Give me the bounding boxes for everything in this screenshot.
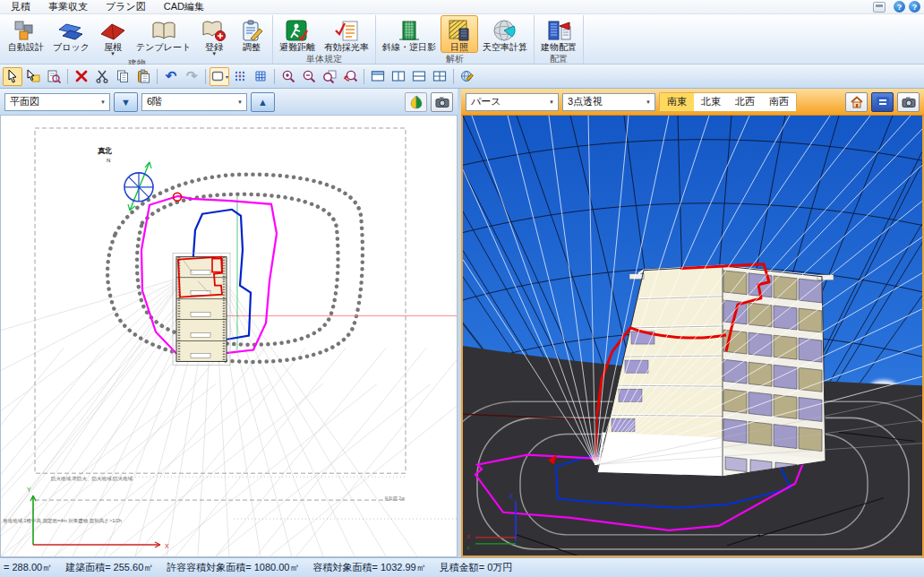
floor-down-button[interactable]: ▼: [114, 92, 138, 112]
block-button[interactable]: ブロック: [48, 15, 94, 57]
north-label: 真北: [98, 147, 112, 155]
zoning-annotation-1: 防火地域:準防火、防火地域:防火地域: [51, 476, 133, 482]
zoom-out-button[interactable]: [299, 67, 319, 86]
status-site-area: = 288.00㎡: [4, 561, 52, 574]
status-bar: = 288.00㎡ 建築面積= 255.60㎡ 許容容積対象面積= 1080.0…: [0, 557, 924, 577]
edit-toolbar: ↶ ↷ ▾: [0, 65, 924, 89]
toolbar-separator: [67, 69, 68, 84]
register-dropdown-icon[interactable]: ▼: [211, 52, 217, 56]
building-placement-button[interactable]: 建物配置: [536, 15, 581, 53]
roof-dropdown-icon[interactable]: ▼: [110, 52, 116, 56]
direction-southwest-button[interactable]: 南西: [762, 93, 796, 111]
shadow-isochrone-loops: [107, 175, 363, 362]
sky-factor-icon: [492, 18, 518, 42]
ribbon-group-analysis: 斜線・逆日影 日照 天空率計算 解析: [376, 15, 535, 64]
region-select-button[interactable]: ▾: [210, 67, 229, 86]
x-axis-label: X: [165, 543, 169, 549]
direction-northwest-button[interactable]: 北西: [728, 93, 762, 111]
sky-factor-button[interactable]: 天空率計算: [478, 15, 532, 53]
chevron-down-icon: ▼: [234, 99, 246, 105]
status-building-area: 建築面積= 255.60㎡: [65, 561, 153, 574]
status-allowed-floor-area: 許容容積対象面積= 1080.00㎡: [167, 561, 299, 574]
snapshot-camera-button[interactable]: [897, 92, 920, 112]
menu-planzu[interactable]: プラン図: [97, 0, 155, 13]
register-button[interactable]: 登録 ▼: [195, 15, 233, 57]
auto-design-icon: [13, 18, 39, 42]
status-floor-area: 容積対象面積= 1032.99㎡: [313, 561, 426, 574]
template-button[interactable]: テンプレート: [132, 15, 195, 57]
x-axis-label: X: [466, 534, 470, 539]
direction-toggle-group: 南東 北東 北西 南西: [659, 92, 797, 112]
perspective-view-select[interactable]: パース ▼: [466, 93, 559, 111]
adjust-button[interactable]: 調整: [233, 15, 270, 57]
sunlight-button[interactable]: 日照: [441, 15, 478, 53]
toolbar-separator: [364, 69, 364, 84]
beginner-mode-button[interactable]: [405, 92, 427, 112]
register-icon: [201, 18, 227, 42]
chevron-down-icon: ▼: [642, 99, 654, 105]
zoning-annotation-2: 用途地域:1種中高 測定面=4m 対象建物 規制高さ>1/2h: [3, 518, 122, 524]
pane-two-horizontal-button[interactable]: [409, 67, 429, 86]
select-object-button[interactable]: [23, 67, 43, 86]
zoom-previous-button[interactable]: [340, 67, 360, 86]
ribbon-group-tantai: 避難距離 有効採光率 単体規定: [273, 15, 376, 64]
building-plan: [173, 254, 230, 366]
paste-button[interactable]: [133, 67, 153, 86]
print-setting-button[interactable]: [458, 67, 477, 86]
setback-shadow-button[interactable]: 斜線・逆日影: [378, 15, 441, 53]
workspace: 平面図 ▼ ▼ 6階 ▼ ▲: [0, 89, 924, 557]
snapshot-camera-button[interactable]: [431, 92, 453, 112]
redo-button[interactable]: ↷: [182, 67, 201, 86]
help2-icon[interactable]: ?: [909, 1, 920, 13]
zoom-window-button[interactable]: [320, 67, 339, 86]
ribbon: 自動設計 ブロック 屋根 ▼ テンプレート 登録: [0, 14, 924, 65]
y-axis-label: Y: [466, 546, 470, 551]
floor-up-button[interactable]: ▲: [251, 92, 275, 112]
delete-button[interactable]: [72, 67, 91, 86]
copy-button[interactable]: [113, 67, 133, 86]
application-window: 見積 事業収支 プラン図 CAD編集 ? ? 自動設計 ブロック 屋根: [0, 0, 924, 577]
projection-select[interactable]: 3点透視 ▼: [562, 93, 655, 111]
y-axis-label: Y: [27, 487, 31, 493]
perspective-view-canvas[interactable]: Z X Y: [461, 116, 924, 557]
region-dropdown-icon[interactable]: ▾: [226, 73, 228, 80]
plan-pane-header: 平面図 ▼ ▼ 6階 ▼ ▲: [0, 89, 458, 116]
shadow-hatch-lines: [1, 266, 457, 556]
select-tool-button[interactable]: [3, 67, 22, 86]
cut-button[interactable]: [92, 67, 112, 86]
auto-design-button[interactable]: 自動設計: [4, 15, 48, 57]
zoom-in-button[interactable]: [278, 67, 298, 86]
roof-button[interactable]: 屋根 ▼: [94, 15, 132, 57]
direction-northeast-button[interactable]: 北東: [694, 93, 728, 111]
ribbon-group-placement: 建物配置 配置: [535, 15, 584, 64]
view-type-select[interactable]: 平面図 ▼: [4, 93, 110, 111]
menu-bar: 見積 事業収支 プラン図 CAD編集 ? ?: [0, 0, 924, 14]
direction-southeast-button[interactable]: 南東: [660, 93, 694, 111]
floor-select[interactable]: 6階 ▼: [141, 93, 247, 111]
home-view-button[interactable]: [845, 92, 868, 112]
daylight-ratio-button[interactable]: 有効採光率: [320, 15, 373, 53]
preview-page-button[interactable]: [44, 67, 64, 86]
menu-mitsumori[interactable]: 見積: [2, 0, 39, 13]
help-icon[interactable]: ?: [894, 1, 905, 13]
evacuation-distance-button[interactable]: 避難距離: [275, 15, 320, 53]
z-axis-label: Z: [509, 493, 514, 499]
pane-four-button[interactable]: [430, 67, 449, 86]
setback-shadow-icon: [396, 18, 423, 42]
sunlight-icon: [446, 18, 473, 42]
grid-button[interactable]: [251, 67, 270, 86]
roof-icon: [99, 18, 126, 42]
ribbon-collapse-icon[interactable]: [873, 2, 886, 13]
menu-cadhenshu[interactable]: CAD編集: [155, 0, 213, 13]
dot-grid-button[interactable]: [230, 67, 250, 86]
block-icon: [57, 18, 84, 42]
display-settings-button[interactable]: [871, 92, 894, 112]
undo-button[interactable]: ↶: [161, 67, 181, 86]
plan-view-canvas[interactable]: 真北 N 防火地域:準防火、防火地域:防火地域 用途地域:1種中高 測定面=4m…: [0, 116, 458, 557]
building-placement-icon: [545, 18, 572, 42]
pane-two-vertical-button[interactable]: [389, 67, 408, 86]
daylight-ratio-icon: [333, 18, 360, 42]
menu-jigyoshushi[interactable]: 事業収支: [39, 0, 97, 13]
ribbon-group-building: 自動設計 ブロック 屋根 ▼ テンプレート 登録: [2, 15, 273, 64]
pane-single-button[interactable]: [368, 67, 388, 86]
